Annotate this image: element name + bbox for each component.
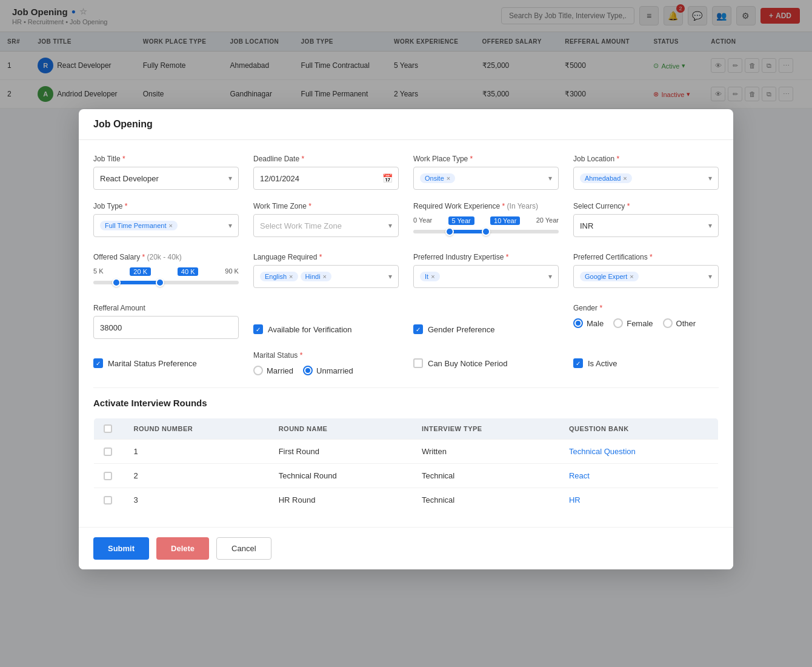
checkbox-checked-icon: ✓ xyxy=(573,358,583,368)
gender-group: Gender * Male Female xyxy=(573,304,719,339)
referral-input[interactable] xyxy=(93,316,239,339)
question-bank-link[interactable]: Technical Question xyxy=(569,447,636,456)
hindi-tag-close[interactable]: × xyxy=(323,273,327,280)
workplace-type-group: Work Place Type * Onsite × ▾ xyxy=(413,155,559,190)
marital-status-pref-checkbox[interactable]: ✓ Marital Status Preference xyxy=(93,358,239,368)
rounds-col-type: INTERVIEW TYPE xyxy=(412,418,559,440)
gender-other-option[interactable]: Other xyxy=(663,318,696,328)
round-cell-bank: React xyxy=(559,464,719,488)
round-cell-number: 1 xyxy=(124,440,269,464)
cert-tags: Google Expert × xyxy=(580,272,708,281)
form-row-5: ✓ Marital Status Preference Marital Stat… xyxy=(93,351,719,375)
round-cell-bank: HR xyxy=(559,488,719,512)
rounds-col-name: ROUND NAME xyxy=(269,418,412,440)
radio-other-icon xyxy=(663,318,673,328)
gender-female-option[interactable]: Female xyxy=(613,318,653,328)
jobtype-tag: Full Time Permanent × xyxy=(100,221,178,230)
location-tag-close[interactable]: × xyxy=(623,175,627,182)
salary-slider-track[interactable] xyxy=(93,281,239,284)
workplace-type-select[interactable]: Onsite × ▾ xyxy=(413,167,559,190)
job-type-select[interactable]: Full Time Permanent × ▾ xyxy=(93,214,239,237)
rounds-col-number: ROUND NUMBER xyxy=(124,418,269,440)
gender-preference-checkbox[interactable]: ✓ Gender Preference xyxy=(413,324,559,334)
english-tag-close[interactable]: × xyxy=(289,273,293,280)
exp-slider-track[interactable] xyxy=(413,230,559,233)
delete-button[interactable]: Delete xyxy=(156,537,209,560)
workplace-type-label: Work Place Type * xyxy=(413,155,559,163)
round-cell-name: Technical Round xyxy=(269,464,412,488)
marital-unmarried-option[interactable]: Unmarried xyxy=(303,366,353,375)
available-verification-checkbox[interactable]: ✓ Available for Verification xyxy=(253,324,399,334)
exp-slider-thumb-min[interactable] xyxy=(445,227,454,236)
language-label: Language Required * xyxy=(253,253,399,261)
calendar-icon: 📅 xyxy=(382,173,393,183)
workplace-tag-close[interactable]: × xyxy=(447,175,450,182)
salary-slider-thumb-min[interactable] xyxy=(112,278,121,287)
form-row-2: Job Type * Full Time Permanent × ▾ xyxy=(93,202,719,241)
job-location-select[interactable]: Ahmedabad × ▾ xyxy=(573,167,719,190)
timezone-select[interactable]: Select Work Time Zone ▾ xyxy=(253,214,399,237)
rounds-row: 2 Technical Round Technical React xyxy=(94,464,719,488)
round-checkbox[interactable] xyxy=(104,472,112,480)
salary-slider-thumb-max[interactable] xyxy=(156,278,164,287)
radio-married-icon xyxy=(253,366,263,375)
modal-overlay: Job Opening Job Title * React Developer … xyxy=(0,0,812,667)
round-cell-number: 2 xyxy=(124,464,269,488)
job-title-group: Job Title * React Developer ▾ xyxy=(93,155,239,190)
round-checkbox[interactable] xyxy=(104,447,112,456)
modal-footer: Submit Delete Cancel xyxy=(79,527,733,569)
timezone-label: Work Time Zone * xyxy=(253,202,399,210)
is-active-checkbox[interactable]: ✓ Is Active xyxy=(573,358,719,368)
job-location-group: Job Location * Ahmedabad × ▾ xyxy=(573,155,719,190)
industry-label: Preferred Industry Expertise * xyxy=(413,253,559,261)
round-checkbox[interactable] xyxy=(104,496,112,504)
round-cell-bank: Technical Question xyxy=(559,440,719,464)
chevron-down-icon: ▾ xyxy=(548,272,552,281)
round-cell-name: First Round xyxy=(269,440,412,464)
marital-married-option[interactable]: Married xyxy=(253,366,293,375)
salary-slider-container: 5 K 20 K 40 K 90 K xyxy=(93,265,239,292)
checkbox-checked-icon: ✓ xyxy=(253,324,263,334)
jobtype-tag-close[interactable]: × xyxy=(168,222,172,229)
question-bank-link[interactable]: HR xyxy=(569,495,581,504)
form-row-4: Refferal Amount ✓ Available for Verifica… xyxy=(93,304,719,339)
question-bank-link[interactable]: React xyxy=(569,471,590,480)
language-tag-hindi: Hindi × xyxy=(301,272,332,281)
salary-label: Offered Salary * (20k - 40k) xyxy=(93,253,239,261)
location-tags: Ahmedabad × xyxy=(580,173,708,183)
job-title-select[interactable]: React Developer ▾ xyxy=(93,167,239,190)
chevron-down-icon: ▾ xyxy=(388,221,392,230)
deadline-group: Deadline Date * 📅 xyxy=(253,155,399,190)
it-tag-close[interactable]: × xyxy=(431,273,434,280)
language-tags: English × Hindi × xyxy=(260,272,388,281)
jobtype-tags: Full Time Permanent × xyxy=(100,221,228,230)
language-tag-english: English × xyxy=(260,272,298,281)
salary-group: Offered Salary * (20k - 40k) 5 K 20 K 40… xyxy=(93,253,239,292)
gender-label: Gender * xyxy=(573,304,719,312)
submit-button[interactable]: Submit xyxy=(93,537,149,560)
round-cell-type: Written xyxy=(412,440,559,464)
salary-slider-fill xyxy=(116,281,160,284)
certifications-select[interactable]: Google Expert × ▾ xyxy=(573,265,719,288)
exp-slider-container: 0 Year 5 Year 10 Year 20 Year xyxy=(413,214,559,241)
rounds-table: ROUND NUMBER ROUND NAME INTERVIEW TYPE Q… xyxy=(93,418,719,512)
cancel-button[interactable]: Cancel xyxy=(216,537,271,560)
workplace-tags: Onsite × xyxy=(420,173,548,183)
gender-male-option[interactable]: Male xyxy=(573,318,604,328)
exp-slider-labels: 0 Year 5 Year 10 Year 20 Year xyxy=(413,216,559,225)
round-cell-check xyxy=(94,464,124,488)
rounds-select-all-checkbox[interactable] xyxy=(104,424,112,433)
google-tag-close[interactable]: × xyxy=(630,273,633,280)
exp-slider-thumb-max[interactable] xyxy=(482,227,490,236)
form-row-3: Offered Salary * (20k - 40k) 5 K 20 K 40… xyxy=(93,253,719,292)
work-exp-label: Required Work Experience * (In Years) xyxy=(413,202,559,210)
language-select[interactable]: English × Hindi × ▾ xyxy=(253,265,399,288)
referral-group: Refferal Amount xyxy=(93,304,239,339)
checkbox-checked-icon: ✓ xyxy=(413,324,423,334)
rounds-row: 3 HR Round Technical HR xyxy=(94,488,719,512)
can-buy-notice-checkbox[interactable]: Can Buy Notice Period xyxy=(413,358,559,368)
industry-select[interactable]: It × ▾ xyxy=(413,265,559,288)
verification-group: ✓ Available for Verification xyxy=(253,304,399,339)
deadline-input[interactable] xyxy=(253,167,399,190)
currency-select[interactable]: INR ▾ xyxy=(573,214,719,237)
